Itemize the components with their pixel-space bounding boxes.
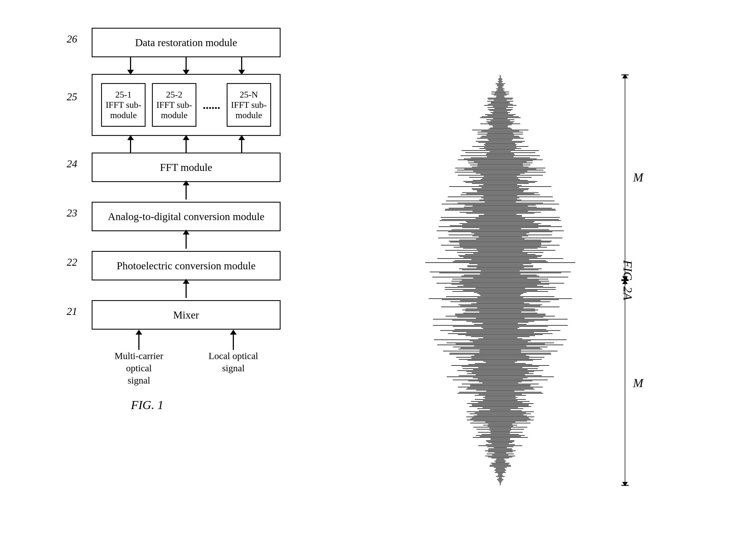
arrow-up-1: [127, 135, 134, 153]
m-label-bottom: M: [633, 376, 643, 390]
ifft-dots: ......: [203, 98, 220, 112]
input-arrow-left: Multi-carrier opticalsignal: [111, 330, 167, 387]
ifft-sub-label-1b: IFFT sub-: [105, 100, 142, 110]
module-23-row: 23 Analog-to-digital conversion module: [92, 202, 281, 231]
waveform-svg: .wave-line { stroke: #000; stroke-width:…: [414, 74, 586, 486]
waveform-container: .wave-line { stroke: #000; stroke-width:…: [414, 58, 631, 502]
ifft-container: 25-1 IFFT sub- module 25-2 IFFT sub- mod…: [92, 74, 281, 136]
arrow-down-2: [183, 57, 189, 75]
label-21: 21: [67, 305, 77, 317]
fig2a-label: FIG. 2A: [620, 260, 635, 300]
ifft-sub-label-2b: IFFT sub-: [156, 100, 193, 110]
module-24-row: 24 FFT module: [92, 153, 281, 182]
label-25: 25: [67, 91, 77, 103]
m-bracket-bottom: M: [625, 280, 625, 486]
adc-module: Analog-to-digital conversion module: [92, 202, 281, 231]
module-stack: 26 Data restoration module: [82, 28, 290, 387]
arrow-22-to-21: [186, 283, 187, 298]
ifft-sub-label-2c: module: [156, 110, 193, 120]
chart-area: .wave-line { stroke: #000; stroke-width:…: [333, 0, 745, 560]
photoelectric-module: Photoelectric conversion module: [92, 251, 281, 280]
module-21-row: 21 Mixer: [92, 300, 281, 330]
fft-module: FFT module: [92, 153, 281, 182]
ifft-sub-label-nc: module: [230, 110, 267, 120]
mixer-module: Mixer: [92, 300, 281, 330]
ifft-submodule-2: 25-2 IFFT sub- module: [152, 83, 196, 127]
data-restoration-module: Data restoration module: [92, 28, 281, 57]
ifft-sub-label-1a: 25-1: [105, 90, 142, 100]
ifft-sub-label-na: 25-N: [230, 90, 267, 100]
arrows-24-to-25: [92, 136, 281, 153]
input-arrows: Multi-carrier opticalsignal Local optica…: [92, 330, 281, 387]
ifft-sub-label-1c: module: [105, 110, 142, 120]
arrow-up-3: [238, 135, 245, 153]
module-25-row: 25 25-1 IFFT sub- module 25-2 IFFT sub- …: [92, 74, 281, 136]
module-22-row: 22 Photoelectric conversion module: [92, 251, 281, 280]
arrows-26-to-25: [92, 57, 281, 74]
ifft-sub-label-nb: IFFT sub-: [230, 100, 267, 110]
arrow-down-1: [127, 57, 134, 75]
input-label-local: Local optical signal: [205, 350, 261, 374]
m-bracket-top: M: [625, 74, 625, 280]
fig1-label: FIG. 1: [131, 398, 163, 412]
input-arrow-right: Local optical signal: [205, 330, 261, 387]
m-label-top: M: [633, 170, 643, 184]
ifft-submodule-1: 25-1 IFFT sub- module: [101, 83, 145, 127]
ifft-sub-label-2a: 25-2: [156, 90, 193, 100]
label-22: 22: [67, 256, 77, 268]
ifft-submodule-n: 25-N IFFT sub- module: [227, 83, 271, 127]
module-26-row: 26 Data restoration module: [92, 28, 281, 57]
label-24: 24: [67, 158, 77, 170]
arrow-24-to-23: [186, 184, 187, 199]
block-diagram: 26 Data restoration module: [0, 0, 333, 560]
input-label-multicarrier: Multi-carrier opticalsignal: [111, 350, 167, 387]
arrow-up-2: [183, 135, 189, 153]
label-26: 26: [67, 33, 77, 45]
arrow-23-to-22: [186, 234, 187, 249]
label-23: 23: [67, 207, 77, 219]
arrow-down-3: [238, 57, 245, 75]
